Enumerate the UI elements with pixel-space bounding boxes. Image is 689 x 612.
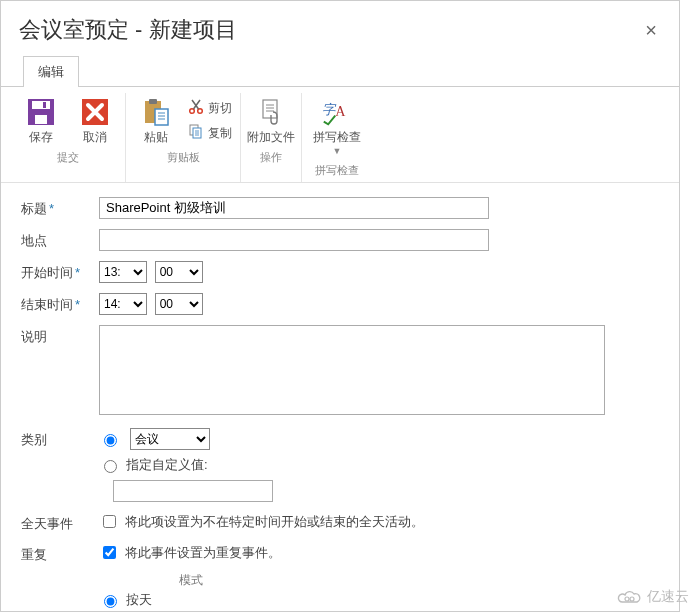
tab-edit[interactable]: 编辑 bbox=[23, 56, 79, 87]
tab-strip: 编辑 bbox=[1, 55, 679, 87]
cut-label: 剪切 bbox=[208, 100, 232, 117]
ribbon-group-actions: 附加文件 操作 bbox=[241, 93, 302, 182]
svg-point-9 bbox=[198, 109, 203, 114]
form-body[interactable]: 标题* 地点 开始时间* 13: 00 结束时间* 14: 00 bbox=[1, 183, 679, 611]
svg-rect-3 bbox=[43, 102, 46, 108]
ribbon-group-spelling: 字 A 拼写检查▼ 拼写检查 bbox=[302, 93, 372, 182]
allday-label: 全天事件 bbox=[21, 512, 91, 533]
repeat-daily-radio[interactable] bbox=[104, 595, 117, 608]
close-button[interactable]: × bbox=[641, 18, 661, 42]
end-time-label: 结束时间* bbox=[21, 293, 91, 314]
end-hour-select[interactable]: 14: bbox=[99, 293, 147, 315]
svg-point-8 bbox=[190, 109, 195, 114]
svg-rect-6 bbox=[149, 99, 157, 104]
ribbon-group-spelling-title: 拼写检查 bbox=[308, 163, 366, 178]
spellcheck-icon: 字 A bbox=[322, 97, 352, 127]
title-label: 标题* bbox=[21, 197, 91, 218]
attach-icon bbox=[256, 97, 286, 127]
svg-rect-1 bbox=[32, 101, 50, 109]
repeat-text: 将此事件设置为重复事件。 bbox=[125, 544, 281, 562]
ribbon-group-commit: 保存 取消 提交 bbox=[11, 93, 126, 182]
location-label: 地点 bbox=[21, 229, 91, 250]
svg-text:A: A bbox=[335, 103, 346, 119]
dialog-title: 会议室预定 - 新建项目 bbox=[19, 15, 641, 45]
svg-rect-7 bbox=[155, 109, 168, 125]
start-time-label: 开始时间* bbox=[21, 261, 91, 282]
repeat-daily-label: 按天 bbox=[126, 591, 152, 609]
allday-text: 将此项设置为不在特定时间开始或结束的全天活动。 bbox=[125, 513, 424, 531]
svg-rect-12 bbox=[263, 100, 277, 118]
category-label: 类别 bbox=[21, 428, 91, 449]
ribbon: 保存 取消 提交 粘贴 bbox=[1, 87, 679, 183]
ribbon-group-clipboard-title: 剪贴板 bbox=[132, 150, 234, 165]
repeat-pattern-label: 模式 bbox=[179, 572, 659, 589]
attach-label: 附加文件 bbox=[247, 131, 295, 144]
category-radio-preset[interactable] bbox=[104, 434, 117, 447]
category-select[interactable]: 会议 bbox=[130, 428, 210, 450]
start-min-select[interactable]: 00 bbox=[155, 261, 203, 283]
category-radio-custom[interactable] bbox=[104, 460, 117, 473]
save-label: 保存 bbox=[29, 131, 53, 144]
save-button[interactable]: 保存 bbox=[17, 95, 65, 146]
paste-button[interactable]: 粘贴 bbox=[132, 95, 180, 146]
ribbon-group-actions-title: 操作 bbox=[247, 150, 295, 165]
paste-label: 粘贴 bbox=[144, 131, 168, 144]
copy-icon bbox=[188, 124, 204, 143]
ribbon-group-commit-title: 提交 bbox=[17, 150, 119, 165]
title-input[interactable] bbox=[99, 197, 489, 219]
location-input[interactable] bbox=[99, 229, 489, 251]
description-input[interactable] bbox=[99, 325, 605, 415]
cancel-button[interactable]: 取消 bbox=[71, 95, 119, 146]
save-icon bbox=[26, 97, 56, 127]
new-item-dialog: 会议室预定 - 新建项目 × 编辑 保存 取消 bbox=[0, 0, 680, 612]
category-custom-label: 指定自定义值: bbox=[126, 456, 208, 474]
cut-icon bbox=[188, 99, 204, 118]
repeat-checkbox[interactable] bbox=[103, 546, 116, 559]
allday-checkbox[interactable] bbox=[103, 515, 116, 528]
chevron-down-icon: ▼ bbox=[333, 146, 342, 156]
ribbon-group-clipboard: 粘贴 剪切 复制 剪 bbox=[126, 93, 241, 182]
paste-icon bbox=[141, 97, 171, 127]
attach-file-button[interactable]: 附加文件 bbox=[247, 95, 295, 146]
svg-rect-2 bbox=[35, 115, 47, 124]
category-custom-input[interactable] bbox=[113, 480, 273, 502]
cancel-label: 取消 bbox=[83, 131, 107, 144]
cut-button[interactable]: 剪切 bbox=[186, 97, 234, 120]
copy-label: 复制 bbox=[208, 125, 232, 142]
dialog-header: 会议室预定 - 新建项目 × bbox=[1, 1, 679, 55]
repeat-label: 重复 bbox=[21, 543, 91, 564]
end-min-select[interactable]: 00 bbox=[155, 293, 203, 315]
spellcheck-label: 拼写检查▼ bbox=[313, 131, 361, 157]
description-label: 说明 bbox=[21, 325, 91, 346]
copy-button[interactable]: 复制 bbox=[186, 122, 234, 145]
cancel-icon bbox=[80, 97, 110, 127]
spellcheck-button[interactable]: 字 A 拼写检查▼ bbox=[308, 95, 366, 159]
start-hour-select[interactable]: 13: bbox=[99, 261, 147, 283]
